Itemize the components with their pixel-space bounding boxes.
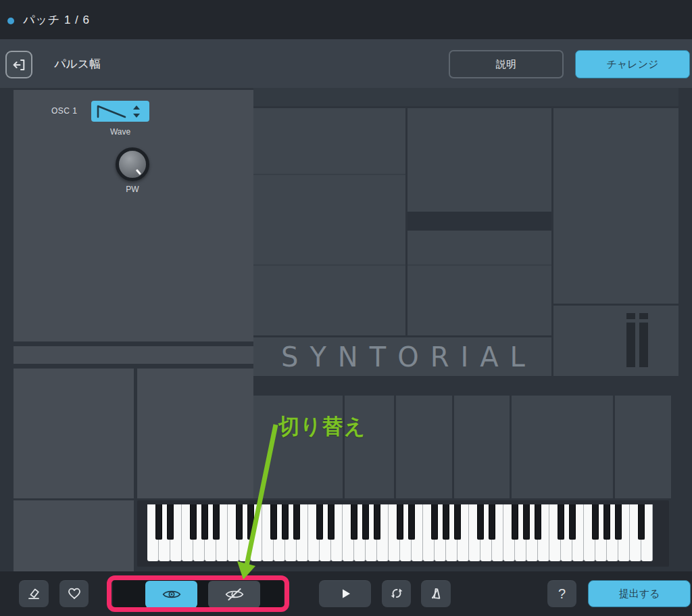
hidden-panel-row-b5 — [512, 396, 613, 498]
hidden-panel-col2 — [407, 108, 551, 335]
wave-label: Wave — [91, 127, 149, 137]
challenge-button[interactable]: チャレンジ — [575, 50, 690, 78]
black-key[interactable] — [247, 504, 254, 540]
black-key[interactable] — [558, 504, 564, 540]
black-key[interactable] — [603, 504, 610, 540]
black-key[interactable] — [615, 504, 622, 540]
black-key[interactable] — [201, 504, 208, 540]
patch-indicator-dot-icon — [7, 18, 14, 24]
double-bars-icon — [639, 323, 648, 367]
black-key[interactable] — [592, 504, 599, 540]
hidden-panel-left-a — [14, 369, 134, 498]
keyboard-frame — [137, 500, 669, 567]
patch-progress-label: パッチ 1 / 6 — [23, 0, 90, 39]
bottom-toolbar: ? 提出する — [0, 571, 692, 616]
right-top-strip — [253, 88, 678, 106]
col2-dark-band — [407, 212, 551, 231]
submit-button[interactable]: 提出する — [588, 580, 691, 607]
watermark-strip: SYNTORIAL — [253, 337, 551, 376]
black-key[interactable] — [362, 504, 369, 540]
osc1-label: OSC 1 — [51, 106, 78, 116]
clear-patch-button[interactable] — [19, 580, 49, 607]
show-controls-toggle[interactable] — [145, 581, 197, 608]
pulse-width-knob[interactable] — [116, 147, 149, 181]
explain-button[interactable]: 説明 — [449, 50, 564, 78]
left-divider-band — [14, 346, 253, 364]
knob-indicator-tick — [136, 169, 141, 175]
panel-seam — [407, 264, 551, 266]
back-button[interactable] — [5, 51, 32, 78]
black-key[interactable] — [397, 504, 403, 540]
black-key[interactable] — [328, 504, 335, 540]
black-key[interactable] — [569, 504, 576, 540]
metronome-icon — [428, 586, 444, 602]
black-key[interactable] — [190, 504, 197, 540]
black-key[interactable] — [477, 504, 484, 540]
double-bars-icon — [639, 313, 648, 319]
hidden-panel-row-b3 — [396, 396, 452, 498]
eye-slash-icon — [225, 588, 244, 601]
black-key[interactable] — [408, 504, 415, 540]
lesson-title: パルス幅 — [54, 39, 101, 88]
loop-button[interactable] — [382, 580, 411, 607]
repeat-arrows-icon — [389, 586, 405, 602]
black-key[interactable] — [316, 504, 323, 540]
hidden-panel-row-b2 — [345, 396, 394, 498]
black-key[interactable] — [443, 504, 449, 540]
favorite-button[interactable] — [59, 580, 89, 607]
black-key[interactable] — [270, 504, 277, 540]
hidden-panel-row-b6 — [615, 396, 671, 498]
double-bars-icon — [626, 323, 635, 367]
black-key[interactable] — [351, 504, 357, 540]
black-key[interactable] — [638, 504, 645, 540]
black-key[interactable] — [523, 504, 530, 540]
osc1-wave-selector[interactable] — [91, 101, 149, 122]
heart-icon — [66, 586, 82, 602]
black-key[interactable] — [155, 504, 162, 540]
play-icon — [338, 586, 353, 601]
panel-seam — [253, 174, 405, 175]
visibility-toggle-group — [113, 579, 284, 609]
black-key[interactable] — [431, 504, 438, 540]
black-key[interactable] — [454, 504, 461, 540]
piano-keyboard[interactable] — [147, 504, 653, 561]
panel-seam — [253, 264, 405, 266]
metronome-button[interactable] — [421, 580, 451, 607]
hidden-panel-col1 — [253, 108, 405, 335]
eye-icon — [162, 588, 181, 600]
eraser-icon — [26, 586, 42, 602]
black-key[interactable] — [167, 504, 174, 540]
knob-rotation — [114, 145, 151, 183]
annotation-callout-label: 切り替え — [278, 412, 366, 441]
black-key[interactable] — [512, 504, 518, 540]
black-key[interactable] — [282, 504, 289, 540]
double-bars-icon — [626, 313, 635, 319]
header: パルス幅 説明 チャレンジ — [0, 39, 692, 88]
play-button[interactable] — [319, 580, 371, 607]
black-key[interactable] — [489, 504, 495, 540]
black-key[interactable] — [535, 504, 541, 540]
osc1-panel: OSC 1 Wave PW — [14, 90, 253, 341]
syntorial-app: パッチ 1 / 6 パルス幅 説明 チャレンジ OSC 1 — [0, 0, 692, 616]
logo-mark-panel — [553, 306, 678, 376]
black-key[interactable] — [293, 504, 300, 540]
up-down-arrows-icon — [132, 103, 141, 120]
top-bar: パッチ 1 / 6 — [0, 0, 692, 39]
black-key[interactable] — [374, 504, 380, 540]
hidden-panel-row-b4 — [454, 396, 510, 498]
black-key[interactable] — [236, 504, 243, 540]
help-button[interactable]: ? — [547, 580, 576, 607]
hidden-panel-col3 — [553, 108, 678, 304]
hidden-panel-left-b — [137, 369, 253, 498]
sawtooth-wave-icon — [91, 103, 132, 120]
hide-controls-toggle[interactable] — [208, 581, 260, 608]
exit-left-arrow-icon — [11, 57, 27, 73]
pw-label: PW — [116, 185, 149, 194]
syntorial-watermark: SYNTORIAL — [253, 341, 537, 373]
synth-main-area: OSC 1 Wave PW — [0, 88, 692, 571]
hidden-panel-left-c — [14, 500, 134, 571]
black-key[interactable] — [213, 504, 220, 540]
hidden-panel-row-b1 — [253, 396, 343, 498]
